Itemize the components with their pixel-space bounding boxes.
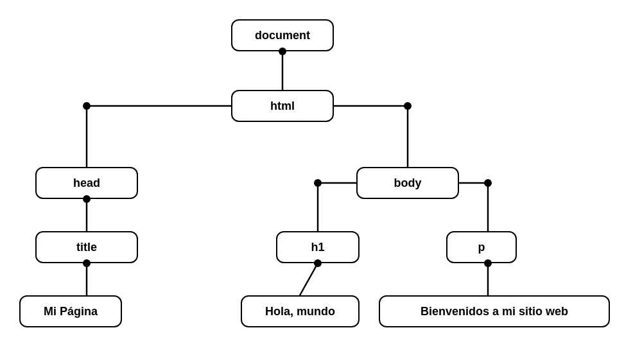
- node-head: head: [35, 167, 138, 199]
- dot-html-right: [404, 102, 412, 110]
- node-body: body: [356, 167, 459, 199]
- svg-line-11: [300, 263, 318, 295]
- dot-body-left: [314, 179, 322, 187]
- node-h1: h1: [276, 231, 360, 263]
- dot-body-right: [484, 179, 492, 187]
- dot-html-left: [83, 102, 91, 110]
- node-html: html: [231, 90, 334, 122]
- node-document: document: [231, 19, 334, 51]
- node-mi-pagina: Mi Página: [19, 295, 122, 327]
- dom-tree-diagram: document html head body title h1 p Mi Pá…: [0, 0, 642, 364]
- node-bienvenidos: Bienvenidos a mi sitio web: [379, 295, 610, 327]
- node-title: title: [35, 231, 138, 263]
- node-p: p: [446, 231, 517, 263]
- dot-head-bottom: [83, 195, 91, 203]
- dot-title-bottom: [83, 259, 91, 267]
- node-hola-mundo: Hola, mundo: [241, 295, 360, 327]
- dot-p-bottom: [484, 259, 492, 267]
- dot-h1-bottom: [314, 259, 322, 267]
- dot-document-bottom: [279, 48, 286, 55]
